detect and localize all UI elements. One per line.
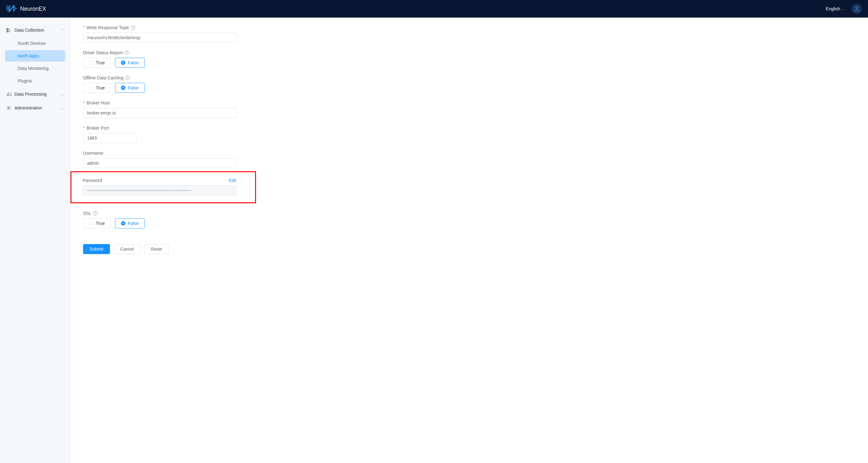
radio-label: False — [128, 60, 138, 65]
radio-dot-icon — [121, 221, 125, 226]
write-response-topic-input[interactable] — [83, 33, 237, 43]
reset-button[interactable]: Reset — [144, 244, 169, 254]
language-selector[interactable]: English ⌄ — [826, 6, 844, 11]
driver-status-radio-group: True False — [83, 58, 403, 68]
field-label: Username — [83, 151, 103, 155]
radio-false[interactable]: False — [115, 218, 145, 228]
username-input[interactable] — [83, 158, 237, 168]
radio-dot-icon — [89, 61, 93, 65]
data-collection-icon — [6, 28, 11, 33]
radio-label: False — [128, 85, 138, 90]
radio-label: True — [96, 60, 105, 65]
radio-dot-icon — [89, 221, 93, 226]
svg-rect-2 — [7, 30, 8, 31]
chevron-down-icon: ⌄ — [841, 7, 844, 11]
field-label: Offline Data Caching — [83, 75, 123, 80]
field-broker-port: * Broker Port — [83, 125, 403, 143]
radio-true[interactable]: True — [83, 58, 111, 68]
field-offline-data-caching: Offline Data Caching ? True False — [83, 75, 403, 93]
password-highlight-box: Password Edit — [70, 171, 256, 203]
sidebar-item-plugins[interactable]: Plugins — [5, 75, 65, 87]
chevron-down-icon: ⌄ — [61, 106, 64, 110]
sidebar-item-label: South Devices — [18, 41, 46, 46]
radio-dot-icon — [121, 61, 125, 65]
brand-name: NeuronEX — [20, 6, 46, 12]
field-write-response-topic: * Write Response Topic ? — [83, 25, 403, 43]
required-asterisk: * — [83, 125, 85, 131]
svg-point-0 — [856, 7, 858, 9]
logo-icon — [6, 5, 17, 13]
help-icon[interactable]: ? — [125, 76, 130, 80]
password-input — [83, 185, 236, 196]
form-button-row: Submit Cancel Reset — [83, 244, 403, 254]
nav-group-title-administration[interactable]: Administration ⌄ — [0, 102, 70, 114]
field-label: Driver Status Report — [83, 50, 123, 55]
nav-group-data-processing: Data Processing ⌄ — [0, 88, 70, 100]
field-label: Broker Host — [87, 100, 110, 106]
nav-group-label: Data Processing — [14, 92, 47, 97]
nav-group-title-data-collection[interactable]: Data Collection ⌃ — [0, 24, 70, 36]
help-icon[interactable]: ? — [125, 51, 129, 55]
radio-label: True — [96, 85, 105, 90]
radio-true[interactable]: True — [83, 218, 111, 228]
field-username: Username — [83, 151, 403, 168]
radio-dot-icon — [89, 86, 93, 90]
chevron-down-icon: ⌄ — [61, 92, 64, 96]
field-label: Write Response Topic — [87, 25, 129, 30]
broker-port-input[interactable] — [83, 133, 136, 143]
sidebar-item-north-apps[interactable]: North Apps — [5, 50, 65, 61]
data-processing-icon — [6, 92, 11, 97]
nav-group-data-collection: Data Collection ⌃ South Devices North Ap… — [0, 24, 70, 87]
cancel-button[interactable]: Cancel — [114, 244, 141, 254]
field-label: SSL — [83, 211, 91, 216]
field-label: Password — [83, 178, 102, 183]
radio-false[interactable]: False — [115, 83, 145, 93]
app-header: NeuronEX English ⌄ — [0, 0, 868, 18]
ssl-radio-group: True False — [83, 218, 403, 228]
broker-host-input[interactable] — [83, 108, 237, 118]
radio-label: False — [128, 221, 138, 226]
nav-group-label: Administration — [14, 106, 42, 110]
password-edit-link[interactable]: Edit — [229, 178, 236, 183]
svg-rect-3 — [7, 31, 8, 32]
radio-true[interactable]: True — [83, 83, 111, 93]
radio-label: True — [96, 221, 105, 226]
required-asterisk: * — [83, 100, 85, 106]
svg-point-4 — [8, 107, 10, 109]
field-ssl: SSL ? True False — [83, 211, 403, 228]
field-label: Broker Port — [87, 125, 109, 131]
radio-dot-icon — [121, 86, 125, 90]
required-asterisk: * — [83, 25, 85, 30]
nav-group-label: Data Collection — [14, 28, 44, 33]
submit-button[interactable]: Submit — [83, 244, 110, 254]
gear-icon — [6, 106, 11, 110]
sidebar-item-south-devices[interactable]: South Devices — [5, 38, 65, 49]
header-right: English ⌄ — [826, 4, 862, 14]
user-avatar[interactable] — [852, 4, 862, 14]
help-icon[interactable]: ? — [93, 211, 97, 215]
chevron-up-icon: ⌃ — [61, 28, 64, 32]
radio-false[interactable]: False — [115, 58, 145, 68]
sidebar-item-label: North Apps — [18, 53, 39, 58]
field-password: Password Edit — [83, 178, 248, 196]
language-label: English — [826, 6, 840, 11]
sidebar-item-data-monitoring[interactable]: Data Monitoring — [5, 63, 65, 74]
field-driver-status-report: Driver Status Report ? True False — [83, 50, 403, 68]
nav-group-title-data-processing[interactable]: Data Processing ⌄ — [0, 88, 70, 100]
header-left: NeuronEX — [6, 5, 46, 13]
sidebar: Data Collection ⌃ South Devices North Ap… — [0, 18, 70, 463]
nav-group-administration: Administration ⌄ — [0, 102, 70, 114]
layout: Data Collection ⌃ South Devices North Ap… — [0, 18, 868, 463]
sidebar-item-label: Plugins — [18, 79, 32, 83]
help-icon[interactable]: ? — [131, 25, 135, 30]
svg-rect-1 — [7, 28, 8, 29]
main-content: * Write Response Topic ? Driver Status R… — [70, 18, 415, 463]
offline-caching-radio-group: True False — [83, 83, 403, 93]
sidebar-item-label: Data Monitoring — [18, 66, 49, 71]
field-broker-host: * Broker Host — [83, 100, 403, 118]
